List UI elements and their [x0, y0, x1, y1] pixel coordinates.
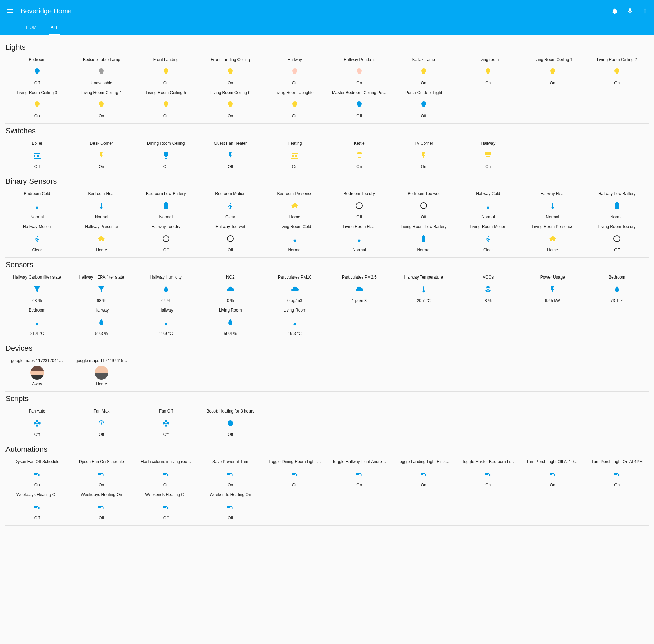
entity-tile[interactable]: Living Room59.4 % [199, 306, 262, 338]
entity-tile[interactable]: google maps 1172317044…Away [5, 357, 69, 388]
tile-label: Desk Corner [71, 141, 133, 146]
menu-icon[interactable] [5, 7, 14, 15]
entity-tile[interactable]: Living Room Ceiling 2On [586, 56, 649, 88]
entity-tile[interactable]: VOCs8 % [457, 273, 520, 305]
entity-tile[interactable]: Turn Porch Light Off At 10:…On [521, 458, 584, 489]
entity-tile[interactable]: HallwayOn [457, 139, 520, 171]
entity-tile[interactable]: Particulates PM100 µg/m3 [263, 273, 326, 305]
bell-icon[interactable] [611, 8, 618, 14]
entity-tile[interactable]: Hallway PendantOn [328, 56, 391, 88]
entity-tile[interactable]: Bedroom ColdNormal [5, 190, 69, 222]
tab-all[interactable]: ALL [49, 22, 60, 35]
entity-tile[interactable]: Dyson Fan Off ScheduleOn [5, 458, 69, 489]
entity-tile[interactable]: Toggle Dining Room Light …On [263, 458, 326, 489]
entity-tile[interactable]: Hallway Too wetOff [199, 223, 262, 255]
entity-tile[interactable]: Hallway ColdNormal [457, 190, 520, 222]
entity-tile[interactable]: Living Room Low BatteryNormal [392, 223, 455, 255]
entity-tile[interactable]: Hallway Humidity64 % [134, 273, 198, 305]
entity-tile[interactable]: Guest Fan HeaterOff [199, 139, 262, 171]
entity-tile[interactable]: Bedroom73.1 % [586, 273, 649, 305]
entity-tile[interactable]: Flash colours in living roo…On [134, 458, 198, 489]
entity-tile[interactable]: Living Room UplighterOn [263, 89, 326, 121]
entity-tile[interactable]: Toggle Landing Light Finis…On [392, 458, 455, 489]
entity-tile[interactable]: Bedside Table LampUnavailable [70, 56, 133, 88]
entity-tile[interactable]: Weekdays Heating OffOff [5, 491, 69, 522]
home-icon [546, 232, 559, 246]
dots-icon[interactable] [642, 8, 649, 14]
tile-label: Living Room Ceiling 2 [586, 57, 648, 63]
tab-home[interactable]: HOME [25, 22, 41, 35]
entity-tile[interactable]: Living Room Too dryOff [586, 223, 649, 255]
entity-tile[interactable]: Living Room MotionClear [457, 223, 520, 255]
app-header: Beveridge Home HOMEALL [0, 0, 654, 35]
entity-tile[interactable]: Living roomOn [457, 56, 520, 88]
entity-tile[interactable]: Dining Room CeilingOff [134, 139, 198, 171]
entity-tile[interactable]: Power Usage6.45 kW [521, 273, 584, 305]
entity-tile[interactable]: Particulates PM2.51 µg/m3 [328, 273, 391, 305]
entity-tile[interactable]: Weekends Heating OffOff [134, 491, 198, 522]
entity-tile[interactable]: Hallway59.3 % [70, 306, 133, 338]
entity-tile[interactable]: Hallway Too dryOff [134, 223, 198, 255]
entity-tile[interactable]: Living Room Ceiling 1On [521, 56, 584, 88]
entity-tile[interactable]: NO20 % [199, 273, 262, 305]
entity-tile[interactable]: Toggle Hallway Light Andre…On [328, 458, 391, 489]
entity-tile[interactable]: Toggle Master Bedroom Li…On [457, 458, 520, 489]
entity-tile[interactable]: Living Room19.3 °C [263, 306, 326, 338]
entity-tile[interactable]: Hallway Low BatteryNormal [586, 190, 649, 222]
tile-state: Normal [264, 248, 326, 253]
entity-tile[interactable]: Living Room Ceiling 3On [5, 89, 69, 121]
entity-tile[interactable]: Fan AutoOff [5, 407, 69, 439]
entity-tile[interactable]: Hallway HeatNormal [521, 190, 584, 222]
entity-tile[interactable]: Weekends Heating OnOff [199, 491, 262, 522]
entity-tile[interactable]: Bedroom MotionClear [199, 190, 262, 222]
entity-tile[interactable]: google maps 1174497615…Home [70, 357, 133, 388]
tile-state: Clear [200, 215, 262, 220]
entity-tile[interactable]: BedroomOff [5, 56, 69, 88]
section-lights: LightsBedroomOffBedside Table LampUnavai… [5, 43, 649, 124]
playlist-icon [30, 467, 44, 481]
entity-tile[interactable]: Living Room Ceiling 4On [70, 89, 133, 121]
entity-tile[interactable]: Fan MaxOff [70, 407, 133, 439]
entity-tile[interactable]: Hallway Carbon filter state68 % [5, 273, 69, 305]
tile-state: 19.9 °C [135, 331, 197, 337]
entity-tile[interactable]: Bedroom HeatNormal [70, 190, 133, 222]
entity-tile[interactable]: Bedroom PresenceHome [263, 190, 326, 222]
entity-tile[interactable]: Living Room Ceiling 6On [199, 89, 262, 121]
lightbulb-icon [546, 65, 559, 79]
entity-tile[interactable]: Dyson Fan On ScheduleOn [70, 458, 133, 489]
mic-icon[interactable] [627, 8, 633, 14]
entity-tile[interactable]: Hallway PresenceHome [70, 223, 133, 255]
entity-tile[interactable]: Living Room Ceiling 5On [134, 89, 198, 121]
entity-tile[interactable]: Front LandingOn [134, 56, 198, 88]
entity-tile[interactable]: HeatingOn [263, 139, 326, 171]
entity-tile[interactable]: KettleOn [328, 139, 391, 171]
entity-tile[interactable]: Save Power at 1amOn [199, 458, 262, 489]
playlist-icon [159, 467, 173, 481]
entity-tile[interactable]: Turn Porch Light On At 4PMOn [586, 458, 649, 489]
entity-tile[interactable]: HallwayOn [263, 56, 326, 88]
entity-tile[interactable]: Hallway19.9 °C [134, 306, 198, 338]
entity-tile[interactable]: Hallway MotionClear [5, 223, 69, 255]
entity-tile[interactable]: Fan OffOff [134, 407, 198, 439]
entity-tile[interactable]: Desk CornerOn [70, 139, 133, 171]
entity-tile[interactable]: Bedroom Too dryOff [328, 190, 391, 222]
thermometer-icon [417, 282, 431, 296]
entity-tile[interactable]: Master Bedroom Ceiling Pe…Off [328, 89, 391, 121]
entity-tile[interactable]: TV CornerOn [392, 139, 455, 171]
entity-tile[interactable]: Kallax LampOn [392, 56, 455, 88]
entity-tile[interactable]: Bedroom Low BatteryNormal [134, 190, 198, 222]
entity-tile[interactable]: BoilerOff [5, 139, 69, 171]
entity-tile[interactable]: Bedroom21.4 °C [5, 306, 69, 338]
entity-tile[interactable]: Living Room ColdNormal [263, 223, 326, 255]
entity-tile[interactable]: Living Room PresenceHome [521, 223, 584, 255]
entity-tile[interactable]: Front Landing CeilingOn [199, 56, 262, 88]
tile-state: On [6, 114, 68, 119]
entity-tile[interactable]: Porch Outdoor LightOff [392, 89, 455, 121]
entity-tile[interactable]: Living Room HeatNormal [328, 223, 391, 255]
entity-tile[interactable]: Hallway HEPA filter state68 % [70, 273, 133, 305]
entity-tile[interactable]: Bedroom Too wetOff [392, 190, 455, 222]
entity-tile[interactable]: Boost: Heating for 3 hoursOff [199, 407, 262, 439]
entity-tile[interactable]: Hallway Temperature20.7 °C [392, 273, 455, 305]
entity-tile[interactable]: Weekdays Heating OnOff [70, 491, 133, 522]
tile-label: Flash colours in living roo… [135, 459, 197, 465]
